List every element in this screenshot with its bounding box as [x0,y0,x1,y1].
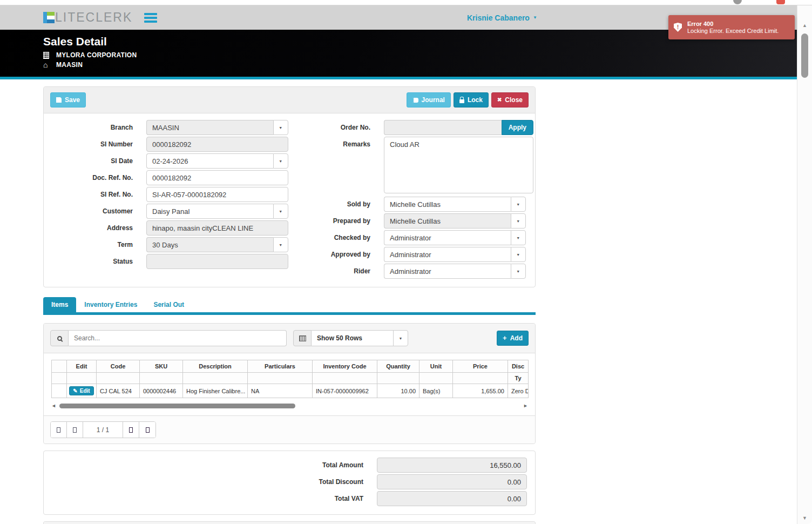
lock-button[interactable]: Lock [454,92,489,108]
browser-avatar-icon[interactable] [733,0,742,4]
term-caret-icon[interactable]: ▼ [273,237,288,252]
remarks-textarea[interactable]: Cloud AR [384,137,533,193]
user-stamp-panel: User stamp [43,521,536,524]
col-code: Code [97,360,140,373]
scroll-right-icon[interactable]: ► [523,403,528,408]
brand-logo: LITECLERK [43,10,132,25]
checked-by-select[interactable]: Administrator [384,230,511,245]
toast-message: Locking Error. Exceed Credit Limit. [687,28,779,34]
row-handle[interactable] [52,384,67,398]
term-select[interactable]: 30 Days [146,237,273,252]
shield-exclamation-icon: ! [674,23,682,32]
close-icon: ✖ [497,97,502,103]
rows-per-page-caret-icon[interactable]: ▼ [393,330,408,346]
checked-by-caret-icon[interactable]: ▼ [511,230,526,245]
status-field [146,254,288,269]
items-table-area: Edit Code SKU Description Particulars In… [44,353,535,415]
customer-label: Customer [52,204,133,215]
user-menu[interactable]: Krisnie Cabanero ▼ [467,5,537,30]
page-indicator: 1 / 1 [83,422,123,438]
address-label: Address [52,220,133,232]
items-table-header-row: Edit Code SKU Description Particulars In… [52,360,529,373]
rider-caret-icon[interactable]: ▼ [511,264,526,279]
scroll-down-icon[interactable]: ▼ [797,515,812,521]
total-vat-label: Total VAT [52,495,363,502]
si-ref-no-field[interactable] [146,187,288,202]
browser-extension-icon[interactable] [776,0,785,4]
sales-detail-panel: Save Journal Lock ✖ Close [43,86,536,287]
branch-label: Branch [52,120,133,131]
total-vat-value: 0.00 [377,491,527,506]
col-edit: Edit [67,360,97,373]
branch-select[interactable]: MAASIN [146,120,273,135]
tab-inventory-entries[interactable]: Inventory Entries [76,297,145,312]
app-window: LITECLERK Krisnie Cabanero ▼ Sales Detai… [0,5,797,524]
save-button[interactable]: Save [50,92,86,108]
menu-hamburger-icon[interactable] [144,13,157,23]
order-no-field [384,120,502,135]
pencil-icon: ✎ [73,388,77,394]
edit-row-button[interactable]: ✎ Edit [69,386,93,395]
status-label: Status [52,254,133,265]
horizontal-scroll-thumb[interactable] [59,404,295,408]
cell-discount: Zero Di [508,384,529,398]
add-button[interactable]: + Add [497,331,529,346]
first-page-button[interactable] [51,422,67,438]
journal-button[interactable]: Journal [407,92,451,108]
apply-button[interactable]: Apply [502,120,533,135]
cell-unit: Bag(s) [419,384,453,398]
tab-serial-out[interactable]: Serial Out [145,297,192,312]
col-sku: SKU [140,360,183,373]
action-toolbar: Save Journal Lock ✖ Close [44,87,535,113]
error-toast: ! Error 400 Locking Error. Exceed Credit… [668,15,795,39]
building-icon [43,52,56,59]
approved-by-caret-icon[interactable]: ▼ [511,247,526,262]
si-date-field[interactable] [146,153,273,169]
brand-text: LITECLERK [55,10,132,25]
col-handle [52,360,67,373]
branch-caret-icon[interactable]: ▼ [273,120,288,135]
brand-e-icon [43,12,55,23]
sold-by-caret-icon[interactable]: ▼ [511,197,526,212]
customer-caret-icon[interactable]: ▼ [273,204,288,219]
close-button[interactable]: ✖ Close [491,92,529,108]
prepared-by-caret-icon[interactable]: ▼ [511,213,526,229]
rows-per-page-select[interactable]: Show 50 Rows [312,330,394,346]
customer-select[interactable]: Daisy Panal [146,204,273,219]
company-row: MYLORA CORPORATION [43,51,797,59]
last-page-button[interactable] [139,422,155,438]
total-amount-label: Total Amount [52,461,363,469]
approved-by-select[interactable]: Administrator [384,247,511,262]
scroll-up-icon[interactable]: ▲ [797,23,812,28]
rider-select[interactable]: Administrator [384,264,511,279]
detail-tabs: Items Inventory Entries Serial Out [43,297,536,315]
si-ref-no-label: SI Ref. No. [52,187,133,198]
plus-icon: + [503,335,507,341]
last-page-icon [146,427,150,433]
table-icon [293,330,312,346]
col-discount-type: Ty [508,373,529,384]
cell-code: CJ CAL 524 [97,384,140,398]
cell-particulars: NA [248,384,313,398]
previous-page-button[interactable] [67,422,83,438]
sold-by-select[interactable]: Michelle Cutillas [384,197,511,212]
vertical-scroll-thumb[interactable] [801,33,808,78]
si-date-caret-icon[interactable]: ▼ [273,153,288,169]
prepared-by-label: Prepared by [297,213,370,225]
search-input[interactable] [69,330,287,346]
company-name: MYLORA CORPORATION [56,51,137,59]
prepared-by-select[interactable]: Michelle Cutillas [384,213,511,229]
branch-name: MAASIN [56,61,83,69]
lock-icon [459,99,464,103]
doc-ref-no-field[interactable] [146,170,288,185]
items-pagination: 1 / 1 [44,415,535,444]
tab-items[interactable]: Items [43,297,76,312]
address-field [146,220,288,236]
vertical-scrollbar[interactable]: ▲ ▼ [797,5,812,524]
scroll-left-icon[interactable]: ◄ [51,403,56,408]
total-discount-label: Total Discount [52,478,363,486]
cell-price: 1,655.00 [453,384,508,398]
next-page-button[interactable] [123,422,139,438]
totals-panel: Total Amount 16,550.00 Total Discount 0.… [43,451,536,515]
col-quantity: Quantity [377,360,419,373]
